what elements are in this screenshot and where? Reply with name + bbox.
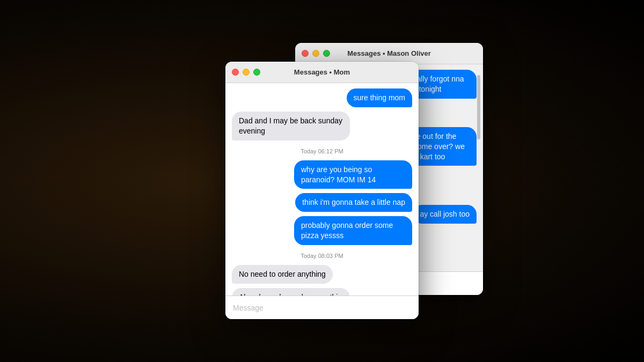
message-bubble-paranoid: why are you being so paranoid? MOM IM 14 (294, 160, 412, 189)
window-title-front: Messages • Mom (294, 68, 350, 76)
message-row: sure thing mom (232, 88, 412, 107)
traffic-lights-front (232, 69, 260, 76)
message-bubble-dad-back: Dad and I may be back sunday evening (232, 112, 350, 141)
message-bubble-nap: think i'm gonna take a little nap (295, 193, 412, 212)
message-bubble-pizza: probably gonna order some pizza yessss (294, 216, 412, 245)
window-mom: Messages • Mom sure thing mom Dad and I … (225, 62, 419, 319)
message-row: think i'm gonna take a little nap (232, 193, 412, 212)
timestamp-1: Today 06:12 PM (232, 148, 412, 154)
message-row: why are you being so paranoid? MOM IM 14 (232, 160, 412, 189)
message-row: Dad and I may be back sunday evening (232, 112, 412, 141)
minimize-button-back[interactable] (312, 50, 319, 57)
message-row: No need to order anything (232, 265, 412, 284)
close-button-back[interactable] (302, 50, 309, 57)
message-row: Already made you lasagna this morning (232, 288, 412, 295)
input-bar-front[interactable]: Message (225, 295, 419, 319)
scrollbar-thumb[interactable] (477, 75, 480, 139)
messages-area-front[interactable]: sure thing mom Dad and I may be back sun… (225, 83, 419, 295)
message-bubble: ay call josh too (413, 205, 477, 224)
message-bubble-sure-thing: sure thing mom (347, 88, 412, 107)
titlebar-front: Messages • Mom (225, 62, 419, 83)
message-bubble-no-order: No need to order anything (232, 265, 333, 284)
minimize-button-front[interactable] (243, 69, 250, 76)
scrollbar-track (477, 64, 481, 271)
message-input-placeholder[interactable]: Message (233, 304, 264, 312)
message-bubble-lasagna: Already made you lasagna this morning (232, 288, 350, 295)
message-row: probably gonna order some pizza yessss (232, 216, 412, 245)
close-button-front[interactable] (232, 69, 239, 76)
maximize-button-back[interactable] (323, 50, 330, 57)
maximize-button-front[interactable] (253, 69, 260, 76)
timestamp-2: Today 08:03 PM (232, 253, 412, 259)
window-title-back: Messages • Mason Oliver (347, 49, 431, 57)
titlebar-back: Messages • Mason Oliver (295, 43, 483, 64)
traffic-lights-back (302, 50, 330, 57)
